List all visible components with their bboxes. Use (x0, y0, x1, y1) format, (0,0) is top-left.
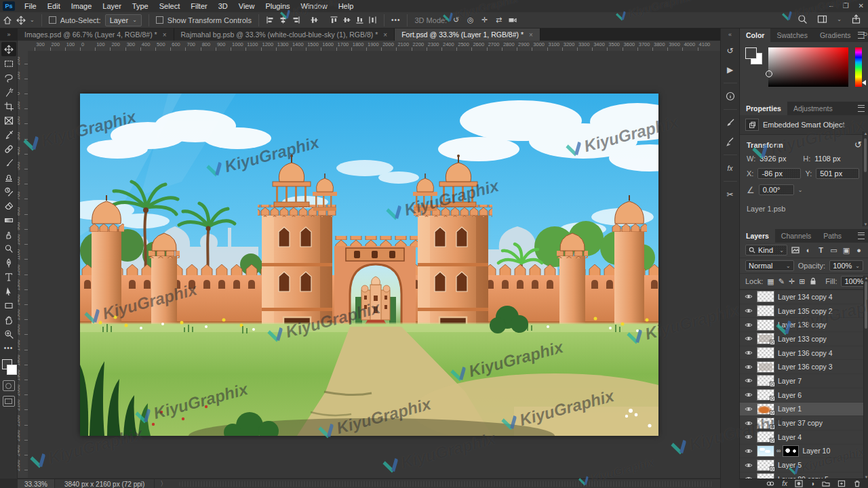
search-icon[interactable] (797, 14, 808, 24)
layer-thumbnail[interactable] (757, 291, 774, 302)
layer-row[interactable]: Layer 138 copy (740, 318, 868, 332)
layer-visibility-eye-icon[interactable] (744, 336, 753, 342)
actions-panel-icon[interactable]: ▶ (724, 64, 737, 76)
layer-row[interactable]: Layer 4 (740, 430, 868, 445)
x-position-field[interactable]: -86 px (757, 168, 801, 179)
layer-visibility-eye-icon[interactable] (744, 420, 753, 426)
menu-select[interactable]: Select (154, 0, 186, 12)
layer-thumbnail[interactable] (757, 348, 774, 358)
properties-scrollbar[interactable]: ▲▼ (863, 131, 868, 226)
horizontal-scrollbar[interactable] (179, 481, 713, 487)
panel-menu-icon[interactable] (858, 32, 865, 39)
distribute-bottom-icon[interactable] (355, 16, 364, 24)
layer-visibility-eye-icon[interactable] (744, 392, 753, 398)
document-size-status[interactable]: 3840 px x 2160 px (72 ppi) (55, 479, 155, 488)
lock-pixels-icon[interactable]: ✎ (778, 277, 785, 286)
link-layers-icon[interactable] (766, 480, 774, 487)
layer-thumbnail[interactable] (757, 333, 774, 344)
minimize-button[interactable]: – (829, 0, 833, 12)
move-tool[interactable] (1, 42, 16, 56)
tool-preset-chevron-icon[interactable]: ⌄ (30, 17, 35, 23)
show-transform-checkbox[interactable] (156, 16, 163, 24)
3d-slide-icon[interactable]: ⇄ (494, 16, 504, 24)
layer-row[interactable]: Layer 6 (740, 388, 868, 403)
brushes-panel-icon[interactable] (724, 136, 737, 148)
layer-visibility-eye-icon[interactable] (744, 322, 753, 328)
tab-color[interactable]: Color (740, 28, 770, 42)
reset-transform-icon[interactable]: ↺ (854, 140, 862, 150)
layer-visibility-eye-icon[interactable] (744, 448, 753, 454)
dodge-tool[interactable] (1, 241, 16, 256)
layer-effects-icon[interactable]: fx (782, 480, 787, 487)
blend-mode-dropdown[interactable]: Normal⌄ (745, 260, 794, 271)
vertical-ruler[interactable]: 2001000100200300400500600700800900100011… (18, 51, 28, 478)
tool-presets-panel-icon[interactable]: ✂ (724, 188, 737, 201)
layer-mask-thumbnail[interactable] (783, 446, 798, 456)
layer-row[interactable]: Layer 1 (740, 403, 868, 417)
distribute-h-icon[interactable] (368, 16, 377, 24)
canvas-document[interactable] (80, 94, 658, 436)
quick-mask-button[interactable] (3, 380, 15, 391)
menu-layer[interactable]: Layer (97, 0, 127, 12)
distribute-top-icon[interactable] (330, 16, 338, 24)
history-panel-icon[interactable]: ↺ (724, 45, 737, 57)
layer-thumbnail[interactable] (757, 306, 774, 316)
lock-artboard-icon[interactable]: ⊞ (799, 277, 805, 286)
3d-pan-icon[interactable]: ✛ (479, 16, 490, 24)
more-options-icon[interactable]: ••• (391, 16, 401, 24)
layer-row[interactable]: Layer 136 copy 4 (740, 346, 868, 361)
edit-toolbar-icon[interactable]: ••• (1, 341, 16, 355)
menu-file[interactable]: File (19, 0, 42, 12)
layer-name[interactable]: Layer 136 copy 3 (778, 363, 833, 371)
rotation-chevron-icon[interactable]: ⌄ (798, 187, 803, 193)
filter-smart-object-icon[interactable]: ▣ (842, 246, 851, 255)
filter-shape-icon[interactable]: ▭ (829, 246, 838, 255)
expand-panels-chevrons-icon[interactable]: « (728, 31, 732, 38)
opacity-field[interactable]: 100%⌄ (829, 260, 863, 271)
3d-camera-icon[interactable] (508, 16, 517, 24)
tab-overflow-chevrons-icon[interactable]: » (0, 28, 18, 41)
new-layer-icon[interactable] (837, 480, 846, 487)
menu-3d[interactable]: 3D (213, 0, 233, 12)
share-icon[interactable] (851, 14, 861, 24)
tab-images-psd[interactable]: Images.psd @ 66.7% (Layer 4, RGB/8#) *× (18, 28, 174, 41)
pen-tool[interactable] (1, 256, 16, 270)
align-center-v-icon[interactable] (310, 16, 319, 24)
align-right-icon[interactable] (292, 16, 300, 24)
align-center-h-icon[interactable] (279, 16, 288, 24)
workspace-icon[interactable] (817, 14, 827, 24)
brush-tool[interactable] (1, 156, 16, 170)
layer-thumbnail[interactable] (757, 320, 774, 330)
menu-help[interactable]: Help (333, 0, 359, 12)
layer-name[interactable]: Layer 37 copy (778, 419, 823, 427)
lock-all-icon[interactable] (809, 277, 817, 285)
layer-name[interactable]: Layer 133 copy (778, 335, 827, 343)
healing-brush-tool[interactable] (1, 142, 16, 156)
3d-orbit-icon[interactable]: ↺ (451, 16, 461, 24)
color-field[interactable] (768, 47, 848, 87)
zoom-tool[interactable] (1, 327, 16, 341)
tab-fort-psd[interactable]: Fort.psd @ 33.3% (Layer 1, RGB/8#) *× (395, 28, 540, 41)
layer-visibility-eye-icon[interactable] (744, 406, 753, 412)
layer-visibility-eye-icon[interactable] (744, 434, 753, 440)
filter-adjustment-icon[interactable]: ◐ (804, 246, 813, 254)
zoom-level-field[interactable]: 33.33% (18, 479, 55, 488)
layer-thumbnail[interactable] (757, 432, 774, 442)
canvas-pasteboard[interactable] (28, 51, 720, 478)
brush-settings-panel-icon[interactable] (724, 117, 737, 129)
add-mask-icon[interactable] (795, 480, 803, 487)
mask-link-icon[interactable]: ∞ (776, 447, 781, 454)
background-color-swatch[interactable] (7, 365, 17, 375)
delete-layer-icon[interactable] (853, 480, 861, 487)
styles-panel-icon[interactable]: fx (724, 162, 737, 174)
eraser-tool[interactable] (1, 199, 16, 213)
layer-thumbnail[interactable] (757, 375, 774, 386)
layer-row[interactable]: Layer 37 copy (740, 416, 868, 430)
tab-swatches[interactable]: Swatches (770, 28, 814, 42)
layer-name[interactable]: Layer 136 copy 4 (778, 349, 833, 357)
filter-image-icon[interactable] (791, 246, 800, 254)
smudge-tool[interactable] (1, 227, 16, 241)
menu-view[interactable]: View (233, 0, 260, 12)
crop-tool[interactable] (1, 99, 16, 113)
new-group-icon[interactable] (822, 480, 830, 487)
